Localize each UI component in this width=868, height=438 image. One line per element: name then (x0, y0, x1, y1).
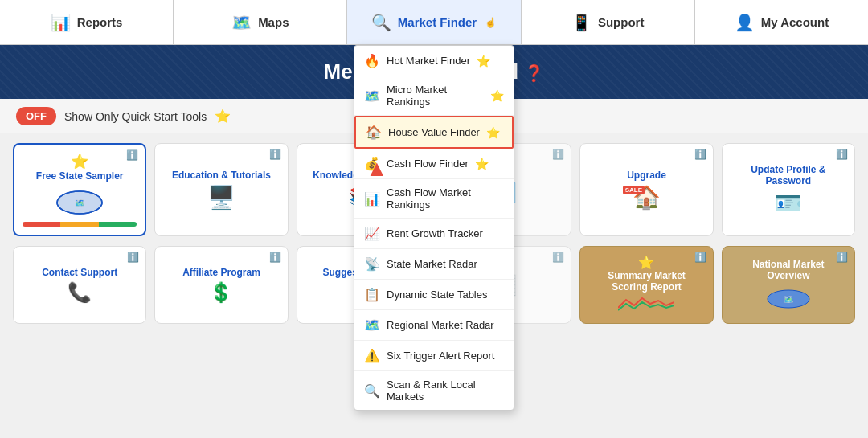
dynamic-state-icon: 📋 (364, 287, 380, 302)
affiliate-info-icon[interactable]: ℹ️ (269, 252, 281, 263)
nav-reports[interactable]: 📊 Reports (0, 0, 174, 44)
nav-reports-label: Reports (77, 15, 123, 29)
house-value-icon: 🏠 (366, 125, 382, 140)
update-profile-info-icon[interactable]: ℹ️ (836, 149, 848, 160)
dropdown-state-market-radar[interactable]: 📡 State Market Radar (354, 249, 514, 280)
market-finder-dropdown: 🔥 Hot Market Finder ⭐ 🗺️ Micro Market Ra… (354, 45, 514, 411)
free-state-info-icon[interactable]: ℹ️ (126, 149, 138, 161)
upgrade-icon: 🏠 SALE (633, 184, 661, 211)
svg-text:🗺️: 🗺️ (784, 294, 794, 305)
dropdown-regional-market-label: Regional Market Radar (387, 319, 494, 331)
free-state-progress (23, 222, 137, 227)
dropdown-house-value-label: House Value Finder (388, 126, 480, 138)
nav-my-account[interactable]: 👤 My Account (695, 0, 868, 44)
dropdown-rent-growth[interactable]: 📈 Rent Growth Tracker (354, 219, 514, 249)
contact-info-icon[interactable]: ℹ️ (127, 252, 139, 263)
summary-market-star: ⭐ (638, 255, 654, 270)
dropdown-cash-flow-finder-label: Cash Flow Finder (387, 158, 469, 170)
dropdown-hot-market-finder[interactable]: 🔥 Hot Market Finder ⭐ (354, 46, 514, 76)
card-summary-market[interactable]: ℹ️ ⭐ Summary Market Scoring Report (579, 246, 713, 324)
education-info-icon[interactable]: ℹ️ (269, 149, 281, 160)
dropdown-six-trigger-label: Six Trigger Alert Report (387, 350, 494, 362)
free-state-map: 🗺️ (55, 185, 104, 219)
free-state-star: ⭐ (71, 153, 88, 170)
card-contact-support[interactable]: ℹ️ Contact Support 📞 (13, 246, 146, 324)
nav-market-finder[interactable]: 🔍 Market Finder ☝️ (347, 0, 521, 44)
scan-rank-icon: 🔍 (364, 383, 380, 399)
report-info-icon[interactable]: ℹ️ (552, 149, 564, 160)
micro-market-icon: 🗺️ (364, 88, 380, 104)
free-state-title: Free State Sampler (36, 170, 124, 182)
update-profile-icon: 🪪 (774, 190, 802, 216)
navbar: 📊 Reports 🗺️ Maps 🔍 Market Finder ☝️ 📱 S… (0, 0, 868, 45)
my-account-icon: 👤 (735, 13, 755, 32)
state-market-radar-icon: 📡 (364, 256, 380, 272)
dropdown-rent-growth-label: Rent Growth Tracker (387, 227, 483, 239)
card-upgrade[interactable]: ℹ️ Upgrade 🏠 SALE (579, 143, 713, 236)
quick-start-star: ⭐ (215, 108, 231, 124)
nav-my-account-label: My Account (761, 15, 829, 29)
cursor-icon: ☝️ (485, 17, 497, 28)
dropdown-dynamic-state-tables-label: Dynamic State Tables (387, 289, 488, 301)
dropdown-house-value-finder[interactable]: 🏠 House Value Finder ⭐ (354, 116, 514, 149)
card-national-market[interactable]: ℹ️ National Market Overview 🗺️ (722, 246, 855, 324)
upgrade-title: Upgrade (627, 170, 666, 181)
card-affiliate-program[interactable]: ℹ️ Affiliate Program 💲 (154, 246, 288, 324)
nav-maps-label: Maps (258, 15, 289, 29)
affiliate-title: Affiliate Program (182, 267, 260, 278)
support-icon: 📱 (571, 13, 592, 32)
contact-icon: 📞 (68, 281, 92, 304)
nav-support-label: Support (598, 15, 645, 29)
market-finder-icon: 🔍 (371, 13, 391, 32)
dropdown-state-market-radar-label: State Market Radar (387, 258, 477, 270)
dropdown-micro-market-label: Micro Market Rankings (387, 84, 484, 108)
maps-icon: 🗺️ (231, 13, 252, 32)
six-trigger-icon: ⚠️ (364, 348, 380, 363)
reports-icon: 📊 (51, 13, 71, 32)
rent-growth-icon: 📈 (364, 226, 380, 241)
quick-start-label: Show Only Quick Start Tools (64, 110, 207, 123)
toggle-label: OFF (26, 110, 47, 122)
quick-start-toggle[interactable]: OFF (16, 107, 56, 125)
dropdown-cash-flow-rankings-label: Cash Flow Market Rankings (387, 186, 504, 211)
nav-support[interactable]: 📱 Support (522, 0, 695, 44)
card-free-state-sampler[interactable]: ℹ️ ⭐ Free State Sampler 🗺️ (13, 143, 146, 236)
svg-text:🗺️: 🗺️ (75, 198, 85, 208)
dropdown-scan-rank-label: Scan & Rank Local Markets (387, 379, 504, 403)
nav-market-finder-label: Market Finder (398, 15, 477, 29)
update-profile-title: Update Profile & Password (731, 164, 846, 186)
cash-flow-rankings-icon: 📊 (364, 191, 380, 207)
dropdown-regional-market-radar[interactable]: 🗺️ Regional Market Radar (354, 310, 514, 341)
star-icon-4: ⭐ (475, 158, 489, 170)
regional-market-icon: 🗺️ (364, 317, 380, 333)
dropdown-six-trigger[interactable]: ⚠️ Six Trigger Alert Report (354, 341, 514, 371)
education-title: Education & Tutorials (172, 170, 271, 181)
national-market-map: 🗺️ (764, 284, 813, 312)
card-update-profile[interactable]: ℹ️ Update Profile & Password 🪪 (722, 143, 855, 236)
summary-market-chart (618, 296, 674, 315)
summary-market-title: Summary Market Scoring Report (588, 270, 704, 293)
affiliate-icon: 💲 (209, 281, 233, 304)
dropdown-cash-flow-rankings[interactable]: 📊 Cash Flow Market Rankings (354, 179, 514, 219)
star-icon: ⭐ (477, 55, 490, 68)
star-icon-2: ⭐ (490, 89, 504, 102)
dropdown-dynamic-state-tables[interactable]: 📋 Dynamic State Tables (354, 280, 514, 310)
red-arrow-indicator: ▲ (366, 158, 388, 180)
national-market-info-icon[interactable]: ℹ️ (836, 252, 848, 263)
dropdown-scan-rank[interactable]: 🔍 Scan & Rank Local Markets (354, 371, 514, 410)
nav-maps[interactable]: 🗺️ Maps (174, 0, 347, 44)
partial-info-icon[interactable]: ℹ️ (552, 252, 564, 263)
hot-market-finder-icon: 🔥 (364, 53, 380, 68)
sale-badge: SALE (623, 186, 645, 194)
hero-info-icon: ❓ (524, 64, 544, 82)
summary-market-info-icon[interactable]: ℹ️ (694, 252, 706, 263)
star-icon-3: ⭐ (486, 126, 500, 139)
upgrade-info-icon[interactable]: ℹ️ (694, 149, 706, 160)
education-icon: 🖥️ (207, 184, 235, 211)
contact-title: Contact Support (42, 267, 117, 278)
national-market-title: National Market Overview (731, 259, 846, 281)
card-education-tutorials[interactable]: ℹ️ Education & Tutorials 🖥️ (154, 143, 288, 236)
dropdown-hot-market-finder-label: Hot Market Finder (387, 55, 470, 67)
dropdown-micro-market[interactable]: 🗺️ Micro Market Rankings ⭐ (354, 76, 514, 116)
